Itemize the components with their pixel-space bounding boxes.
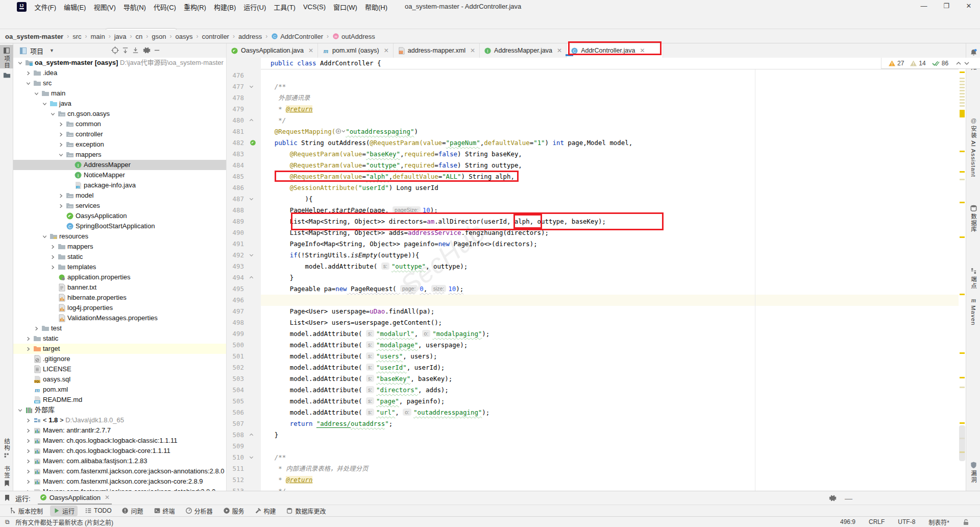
- breadcrumb-outAddress[interactable]: moutAddress: [332, 33, 375, 40]
- tree-collapsed-icon[interactable]: [58, 142, 63, 147]
- prev-issue-icon[interactable]: [955, 61, 962, 66]
- run-minimize-icon[interactable]: —: [845, 494, 852, 502]
- menu-edit[interactable]: 编辑(E): [60, 2, 90, 12]
- menu-tools[interactable]: 工具(T): [270, 2, 300, 12]
- toolstrip-project-tab[interactable]: 项目: [0, 45, 13, 68]
- breadcrumb-AddrController[interactable]: CAddrController: [271, 33, 323, 40]
- tree-item-model[interactable]: model: [13, 190, 226, 201]
- tree-item-oasys.sql[interactable]: SQLoasys.sql: [13, 374, 226, 385]
- lock-icon[interactable]: [963, 519, 969, 525]
- tree-collapsed-icon[interactable]: [26, 428, 31, 433]
- tree-collapsed-icon[interactable]: [26, 469, 31, 474]
- error-stripe-mark[interactable]: [960, 78, 965, 79]
- error-stripe-mark[interactable]: [960, 179, 965, 180]
- error-stripe-mark[interactable]: [960, 236, 965, 238]
- expand-all-icon[interactable]: [121, 46, 130, 55]
- fold-marker-icon[interactable]: [249, 252, 254, 258]
- tree-collapsed-icon[interactable]: [26, 70, 31, 76]
- line-separator[interactable]: CRLF: [869, 518, 885, 525]
- run-tab-close-icon[interactable]: ✕: [105, 494, 110, 501]
- tree-item-static[interactable]: static: [13, 252, 226, 262]
- error-stripe-mark[interactable]: [960, 352, 965, 354]
- toolwindow-button-运行[interactable]: 运行: [50, 506, 78, 516]
- error-stripe-mark[interactable]: [960, 294, 965, 295]
- tab-OasysApplication.java[interactable]: OasysApplication.java✕: [227, 43, 318, 58]
- menu-refactor[interactable]: 重构(R): [180, 2, 210, 12]
- error-stripe-mark[interactable]: [960, 93, 965, 94]
- tree-expanded-icon[interactable]: [42, 234, 47, 239]
- tree-item-LICENSE[interactable]: LICENSE: [13, 364, 226, 374]
- indent-style[interactable]: 制表符*: [928, 518, 949, 526]
- tree-collapsed-icon[interactable]: [26, 459, 31, 464]
- toolstrip-at-tab[interactable]: @安装 AI Assistant: [967, 116, 980, 177]
- tree-item-hibernate.properties[interactable]: hibernate.properties: [13, 293, 226, 303]
- run-gutter-icon[interactable]: [250, 139, 256, 146]
- tree-item-SpringBootStartApplication[interactable]: CSpringBootStartApplication: [13, 221, 226, 231]
- error-stripe-mark[interactable]: [960, 171, 965, 173]
- tree-item-resources[interactable]: resources: [13, 231, 226, 242]
- tab-close-icon[interactable]: ✕: [384, 47, 389, 54]
- caret-position[interactable]: 496:9: [840, 518, 855, 525]
- menu-help[interactable]: 帮助(H): [361, 2, 391, 12]
- tree-item-exception[interactable]: exception: [13, 139, 226, 150]
- toolwindow-button-终端[interactable]: 终端: [151, 506, 178, 516]
- scrollbar-thumb[interactable]: [959, 425, 965, 461]
- error-stripe-mark[interactable]: [960, 113, 965, 117]
- tree-collapsed-icon[interactable]: [26, 418, 31, 423]
- toolwindow-button-服务[interactable]: 服务: [220, 506, 248, 516]
- tree-item-banner.txt[interactable]: banner.txt: [13, 282, 226, 293]
- error-stripe-mark[interactable]: [960, 202, 965, 203]
- tree-item-OasysApplication[interactable]: OasysApplication: [13, 211, 226, 221]
- breadcrumb-src[interactable]: src: [72, 33, 81, 40]
- layout-icon[interactable]: ⧉: [5, 518, 10, 525]
- error-stripe-mark[interactable]: [960, 102, 965, 104]
- toolwindow-button-构建[interactable]: 构建: [252, 506, 279, 516]
- menu-code[interactable]: 代码(C): [150, 2, 180, 12]
- error-stripe-mark[interactable]: [960, 84, 965, 85]
- tree-item-log4j.properties[interactable]: log4j.properties: [13, 303, 226, 313]
- breadcrumb-address[interactable]: address: [238, 33, 262, 40]
- toolstrip-commit-icon[interactable]: [0, 71, 13, 79]
- tree-collapsed-icon[interactable]: [58, 122, 63, 127]
- tree-expanded-icon[interactable]: [58, 152, 63, 157]
- fold-marker-icon[interactable]: [249, 275, 254, 280]
- tree-item-外部库[interactable]: 外部库: [13, 405, 226, 415]
- tree-item-test[interactable]: test: [13, 323, 226, 333]
- tree-collapsed-icon[interactable]: [50, 265, 55, 270]
- tree-item-AddressMapper[interactable]: IAddressMapper: [13, 160, 226, 170]
- error-stripe-mark[interactable]: [960, 377, 965, 378]
- tree-collapsed-icon[interactable]: [50, 244, 55, 249]
- tree-expanded-icon[interactable]: [34, 91, 39, 96]
- error-stripe-mark[interactable]: [960, 387, 965, 388]
- breadcrumb-cn[interactable]: cn: [136, 33, 143, 40]
- tree-item-src[interactable]: src: [13, 78, 226, 88]
- breadcrumb-oa_system-master[interactable]: oa_system-master: [5, 33, 63, 40]
- minimize-button[interactable]: —: [913, 0, 935, 13]
- menu-run[interactable]: 运行(U): [240, 2, 270, 12]
- error-stripe-mark[interactable]: [960, 81, 965, 82]
- collapse-all-icon[interactable]: [132, 46, 140, 55]
- tree-item-NoticeMapper[interactable]: INoticeMapper: [13, 170, 226, 180]
- toolstrip-shield-tab[interactable]: 漏洞: [967, 461, 980, 483]
- tree-collapsed-icon[interactable]: [26, 336, 31, 341]
- tree-item-application.properties[interactable]: application.properties: [13, 272, 226, 282]
- error-stripe-mark[interactable]: [960, 151, 965, 152]
- file-encoding[interactable]: UTF-8: [898, 518, 915, 525]
- error-stripe-mark[interactable]: [960, 71, 965, 73]
- tree-expanded-icon[interactable]: [26, 81, 31, 86]
- toolwindow-button-分析器[interactable]: 分析器: [182, 506, 216, 516]
- tree-item-java[interactable]: java: [13, 99, 226, 109]
- tree-item-mappers[interactable]: mappers: [13, 150, 226, 160]
- fold-marker-icon[interactable]: [249, 432, 254, 438]
- tree-collapsed-icon[interactable]: [26, 479, 31, 484]
- menu-navigate[interactable]: 导航(N): [119, 2, 150, 12]
- toolwindow-button-TODO[interactable]: TODO: [82, 506, 114, 515]
- tree-expanded-icon[interactable]: [17, 60, 22, 65]
- panel-settings-icon[interactable]: [143, 46, 151, 55]
- tree-item-Mavenantlrantlr2.7.7[interactable]: Maven: antlr:antlr:2.7.7: [13, 425, 226, 436]
- tree-item-Mavencom.alibabafastjson1.2.83[interactable]: Maven: com.alibaba:fastjson:1.2.83: [13, 456, 226, 466]
- error-stripe-mark[interactable]: [960, 422, 965, 424]
- tree-item-templates[interactable]: templates: [13, 262, 226, 272]
- tree-item-package-info.java[interactable]: Jpackage-info.java: [13, 180, 226, 190]
- close-button[interactable]: ✕: [958, 0, 980, 13]
